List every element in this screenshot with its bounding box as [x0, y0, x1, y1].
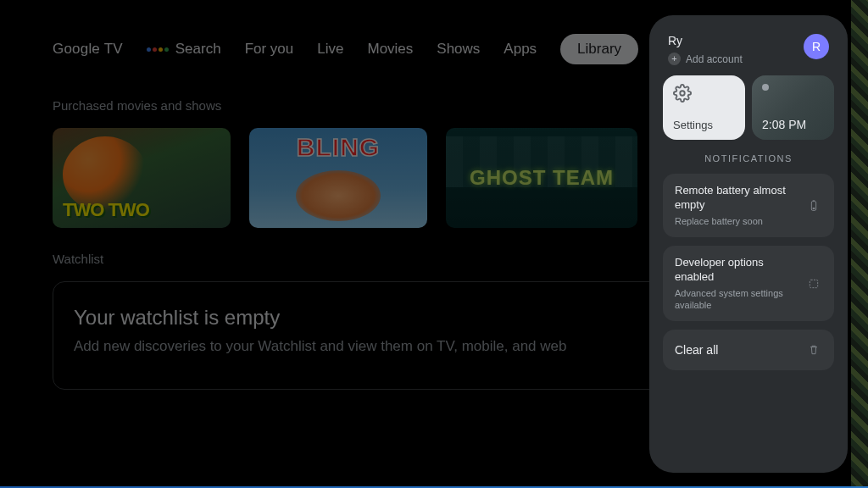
notification-battery[interactable]: Remote battery almost empty Replace batt… — [663, 174, 834, 237]
quick-panel: Ry + Add account R Settings 2:08 PM NOTI… — [649, 15, 848, 473]
notifications-header: NOTIFICATIONS — [663, 153, 834, 164]
clear-all-button[interactable]: Clear all — [663, 330, 834, 370]
poster-bling[interactable]: BLING — [249, 128, 427, 228]
nav-search[interactable]: Search — [147, 41, 221, 58]
add-account-button[interactable]: + Add account — [668, 53, 743, 65]
battery-icon — [805, 197, 822, 214]
settings-label: Settings — [673, 119, 735, 131]
nav-movies[interactable]: Movies — [367, 41, 413, 58]
notification-devoptions-title: Developer options enabled — [675, 256, 797, 285]
add-account-label: Add account — [686, 53, 743, 65]
nav-library[interactable]: Library — [560, 34, 638, 64]
screensaver-dot-icon — [762, 84, 769, 91]
developer-icon — [805, 275, 822, 292]
nav-search-label: Search — [175, 41, 221, 58]
notification-battery-title: Remote battery almost empty — [675, 184, 797, 213]
notification-devoptions-sub: Advanced system settings available — [675, 287, 797, 312]
edge-strip — [851, 0, 868, 488]
svg-rect-2 — [813, 200, 815, 201]
poster-ghostteam[interactable]: GHOST TEAM — [446, 128, 637, 228]
assistant-icon — [147, 47, 169, 52]
screensaver-tile[interactable]: 2:08 PM — [752, 75, 834, 140]
trash-icon — [805, 341, 822, 358]
account-row: Ry + Add account R — [663, 29, 834, 75]
poster-ghostteam-title: GHOST TEAM — [470, 166, 614, 190]
svg-point-0 — [680, 91, 685, 96]
logo: Google TV — [53, 41, 123, 58]
avatar[interactable]: R — [804, 34, 829, 59]
nav-foryou[interactable]: For you — [245, 41, 294, 58]
clock-time: 2:08 PM — [762, 118, 824, 131]
poster-bling-title: BLING — [297, 133, 380, 162]
nav-apps[interactable]: Apps — [504, 41, 537, 58]
clear-all-label: Clear all — [675, 343, 718, 357]
nav-shows[interactable]: Shows — [437, 41, 480, 58]
tile-row: Settings 2:08 PM — [663, 75, 834, 140]
nav-live[interactable]: Live — [317, 41, 343, 58]
poster-twotwo-title: TWO TWO — [63, 199, 149, 221]
gear-icon — [673, 84, 692, 103]
settings-tile[interactable]: Settings — [663, 75, 745, 140]
svg-rect-3 — [813, 208, 815, 209]
notification-battery-sub: Replace battery soon — [675, 215, 797, 227]
poster-twotwo[interactable]: TWO TWO — [53, 128, 231, 228]
account-name: Ry — [668, 34, 743, 47]
plus-icon: + — [668, 53, 681, 65]
svg-rect-4 — [810, 280, 817, 287]
notification-devoptions[interactable]: Developer options enabled Advanced syste… — [663, 246, 834, 321]
